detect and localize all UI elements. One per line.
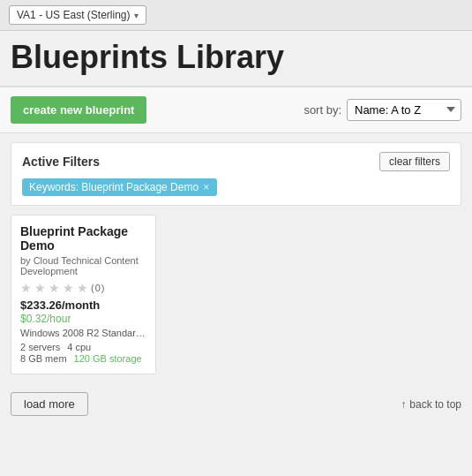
toolbar: create new blueprint sort by: Name: A to… (0, 87, 472, 133)
region-label: VA1 - US East (Sterling) (17, 9, 130, 21)
star-3: ★ (49, 281, 61, 295)
filters-panel: Active Filters clear filters Keywords: B… (11, 142, 461, 206)
card-servers: 2 servers (20, 342, 60, 352)
review-count: (0) (91, 283, 105, 293)
load-more-button[interactable]: load more (11, 392, 88, 416)
blueprint-card[interactable]: Blueprint Package Demo by Cloud Technica… (11, 215, 156, 375)
back-to-top-link[interactable]: ↑ back to top (401, 398, 461, 411)
filters-header: Active Filters clear filters (22, 152, 450, 171)
title-area: Blueprints Library (0, 31, 472, 87)
filter-tags-container: Keywords: Blueprint Package Demo × (22, 178, 450, 196)
card-title: Blueprint Package Demo (20, 224, 146, 254)
header-bar: VA1 - US East (Sterling) ▾ (0, 0, 472, 31)
card-mem: 8 GB mem (20, 353, 67, 364)
star-2: ★ (34, 281, 47, 295)
card-spec-row-1: 2 servers 4 cpu (20, 342, 146, 352)
filter-tag-remove[interactable]: × (203, 181, 210, 193)
card-price-month: $233.26/month (20, 298, 146, 312)
star-4: ★ (63, 281, 75, 295)
region-dropdown[interactable]: VA1 - US East (Sterling) ▾ (9, 5, 146, 25)
back-to-top-label: back to top (409, 398, 461, 411)
card-cpu: 4 cpu (67, 342, 91, 352)
chevron-down-icon: ▾ (134, 11, 139, 20)
footer-bar: load more ↑ back to top (0, 383, 472, 425)
cards-area: Blueprint Package Demo by Cloud Technica… (0, 215, 472, 375)
card-specs: 2 servers 4 cpu 8 GB mem 120 GB storage (20, 342, 146, 364)
filters-title: Active Filters (22, 155, 100, 169)
filter-tag: Keywords: Blueprint Package Demo × (22, 178, 217, 196)
clear-filters-button[interactable]: clear filters (379, 152, 450, 171)
card-os: Windows 2008 R2 Standard 64 (20, 328, 146, 338)
sort-select[interactable]: Name: A to Z Name: Z to A Newest First O… (347, 99, 461, 121)
card-stars: ★ ★ ★ ★ ★ (0) (20, 281, 146, 295)
card-storage: 120 GB storage (74, 353, 142, 364)
card-spec-row-2: 8 GB mem 120 GB storage (20, 353, 146, 364)
sort-label: sort by: (303, 103, 341, 117)
card-price-hour: $0.32/hour (20, 313, 146, 325)
star-5: ★ (77, 281, 89, 295)
filter-tag-label: Keywords: Blueprint Package Demo (29, 181, 199, 193)
sort-area: sort by: Name: A to Z Name: Z to A Newes… (303, 99, 461, 121)
create-new-blueprint-button[interactable]: create new blueprint (11, 96, 146, 124)
star-1: ★ (20, 281, 33, 295)
card-author: by Cloud Technical Content Development (20, 255, 146, 276)
back-to-top-arrow: ↑ (401, 398, 406, 411)
page-title: Blueprints Library (11, 40, 461, 75)
